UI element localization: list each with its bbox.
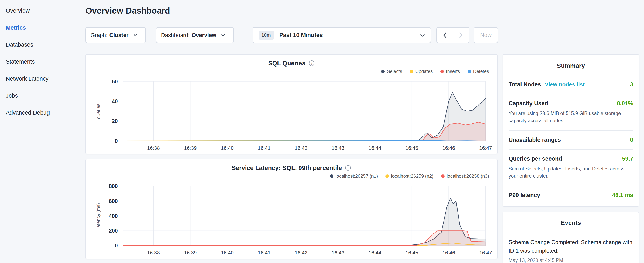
svg-text:16:40: 16:40 [221, 250, 234, 256]
view-nodes-list-link[interactable]: View nodes list [545, 81, 585, 88]
main-content: Overview Dashboard Graph: Cluster Dashbo… [86, 0, 498, 263]
svg-text:16:39: 16:39 [184, 145, 197, 151]
svg-text:16:41: 16:41 [258, 145, 271, 151]
legend-item[interactable]: Inserts [440, 69, 460, 74]
legend-dot [386, 174, 389, 178]
graph-dropdown-label: Graph: [90, 32, 108, 39]
svg-text:200: 200 [109, 228, 118, 234]
legend-label: Inserts [446, 69, 460, 74]
chart-legend: SelectsUpdatesInsertsDeletes [91, 68, 492, 75]
summary-panel: Summary Total NodesView nodes list3Capac… [502, 54, 639, 207]
legend-label: Deletes [473, 69, 489, 74]
events-title: Events [508, 219, 633, 232]
summary-value: 59.7 [622, 156, 633, 162]
svg-text:16:45: 16:45 [406, 250, 418, 256]
legend-item[interactable]: Selects [381, 69, 402, 74]
info-icon[interactable]: i [308, 60, 315, 66]
sidebar-nav: OverviewMetricsDatabasesStatementsNetwor… [6, 2, 81, 121]
summary-label: Unavailable ranges [508, 137, 561, 143]
graph-dropdown-value: Cluster [110, 32, 129, 39]
legend-item[interactable]: Updates [410, 69, 433, 74]
summary-row: Unavailable ranges0 [508, 131, 633, 150]
svg-text:800: 800 [109, 183, 118, 189]
svg-text:16:40: 16:40 [221, 145, 234, 151]
svg-text:16:42: 16:42 [295, 250, 308, 256]
summary-description: Sum of Selects, Updates, Inserts, and De… [508, 165, 629, 180]
now-button[interactable]: Now [474, 27, 498, 43]
legend-label: localhost:26259 (n2) [391, 173, 433, 179]
legend-label: localhost:26257 (n1) [336, 173, 378, 179]
graph-dropdown[interactable]: Graph: Cluster [86, 27, 146, 43]
chevron-right-icon [459, 32, 463, 38]
time-step-buttons [436, 27, 470, 43]
time-next-button[interactable] [453, 28, 469, 43]
chart-card-service-latency: Service Latency: SQL, 99th percentile i … [86, 159, 498, 259]
sidebar-item-jobs[interactable]: Jobs [6, 87, 81, 104]
event-text: Schema Change Completed: Schema change w… [508, 238, 633, 255]
svg-text:16:47: 16:47 [479, 145, 492, 151]
chart-plot: 020406016:3816:3916:4016:4116:4216:4316:… [91, 76, 492, 151]
time-range-label: Past 10 Minutes [279, 32, 323, 39]
sidebar-item-metrics[interactable]: Metrics [6, 19, 81, 36]
legend-dot [381, 70, 384, 73]
chart-area: 020040060080016:3816:3916:4016:4116:4216… [91, 181, 492, 256]
svg-text:0: 0 [115, 138, 118, 144]
sidebar-item-statements[interactable]: Statements [6, 53, 81, 70]
svg-text:16:43: 16:43 [332, 145, 344, 151]
legend-dot [441, 174, 444, 178]
svg-text:600: 600 [109, 198, 118, 204]
sidebar-item-overview[interactable]: Overview [6, 2, 81, 19]
svg-text:16:41: 16:41 [258, 250, 271, 256]
legend-dot [410, 70, 413, 73]
legend-dot [330, 174, 333, 178]
page-title: Overview Dashboard [86, 6, 498, 16]
time-range-badge: 10m [258, 31, 274, 40]
event-item[interactable]: Schema Change Completed: Schema change w… [508, 232, 633, 263]
svg-text:16:39: 16:39 [184, 250, 197, 256]
summary-label: Total Nodes [508, 81, 541, 88]
svg-text:16:44: 16:44 [368, 250, 381, 256]
time-range-dropdown[interactable]: 10m Past 10 Minutes [252, 27, 431, 43]
summary-row: Capacity Used0.01%You are using 28.6 MiB… [508, 94, 633, 131]
svg-text:0: 0 [115, 243, 118, 249]
summary-row: Total NodesView nodes list3 [508, 75, 633, 94]
dashboard-dropdown-value: Overview [192, 32, 216, 39]
chart-plot: 020040060080016:3816:3916:4016:4116:4216… [91, 181, 492, 256]
chart-card-sql-queries: SQL Queries i SelectsUpdatesInsertsDelet… [86, 54, 498, 154]
svg-text:16:46: 16:46 [442, 145, 455, 151]
svg-text:16:42: 16:42 [295, 145, 308, 151]
legend-item[interactable]: Deletes [468, 69, 489, 74]
svg-text:20: 20 [112, 118, 118, 124]
info-icon[interactable]: i [345, 165, 351, 171]
summary-row: Queries per second59.7Sum of Selects, Up… [508, 150, 633, 186]
dashboard-dropdown-label: Dashboard: [161, 32, 190, 39]
legend-dot [468, 70, 471, 73]
chart-header: SQL Queries i [91, 59, 492, 68]
legend-item[interactable]: localhost:26257 (n1) [330, 173, 378, 179]
legend-item[interactable]: localhost:26258 (n3) [441, 173, 489, 179]
dashboard-dropdown[interactable]: Dashboard: Overview [156, 27, 234, 43]
sidebar-item-databases[interactable]: Databases [6, 36, 81, 53]
svg-text:16:43: 16:43 [332, 250, 344, 256]
summary-value: 0.01% [617, 100, 633, 107]
legend-label: Updates [415, 69, 433, 74]
svg-text:i: i [348, 166, 349, 170]
sidebar: OverviewMetricsDatabasesStatementsNetwor… [0, 0, 81, 121]
legend-item[interactable]: localhost:26259 (n2) [386, 173, 433, 179]
svg-text:16:44: 16:44 [368, 145, 381, 151]
sidebar-item-advanced-debug[interactable]: Advanced Debug [6, 104, 81, 121]
toolbar: Graph: Cluster Dashboard: Overview 10m P… [86, 27, 498, 43]
event-timestamp: May 13, 2020 at 4:45 PM [508, 257, 633, 263]
sidebar-item-network-latency[interactable]: Network Latency [6, 70, 81, 87]
chevron-down-icon [133, 34, 138, 37]
time-prev-button[interactable] [437, 28, 453, 43]
summary-rows: Total NodesView nodes list3Capacity Used… [508, 75, 633, 201]
summary-description: You are using 28.6 MiB of 515.9 GiB usab… [508, 110, 629, 124]
svg-text:16:38: 16:38 [147, 250, 160, 256]
chart-legend: localhost:26257 (n1)localhost:26259 (n2)… [91, 173, 492, 179]
svg-text:queries: queries [96, 104, 101, 119]
chevron-down-icon [221, 34, 226, 37]
svg-text:16:45: 16:45 [406, 145, 418, 151]
summary-value: 46.1 ms [612, 192, 633, 198]
charts-column: SQL Queries i SelectsUpdatesInsertsDelet… [86, 54, 498, 259]
